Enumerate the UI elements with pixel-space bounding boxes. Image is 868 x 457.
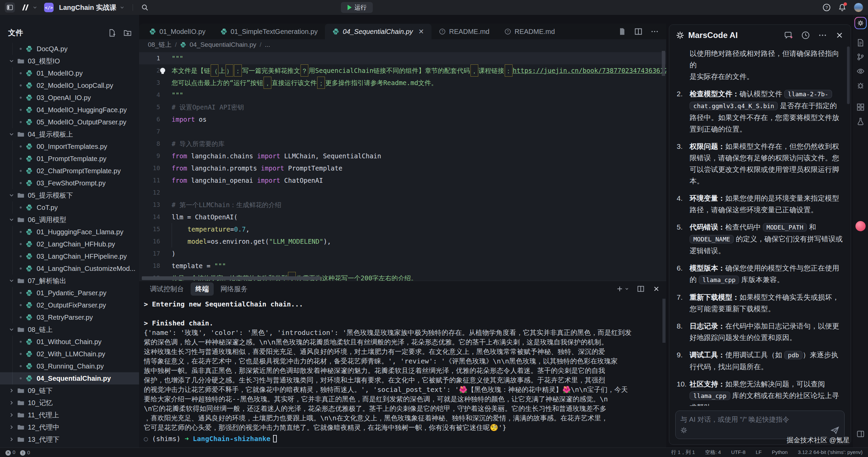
tree-file[interactable]: 02_ChatPromptTemplate.py	[0, 165, 139, 177]
new-file-icon[interactable]	[108, 29, 116, 37]
tree-folder[interactable]: 08_链上	[0, 323, 139, 336]
tree-folder[interactable]: 12_代理中	[0, 421, 139, 433]
flask-test-icon[interactable]	[856, 117, 865, 126]
tree-folder[interactable]: 07_解析输出	[0, 275, 139, 287]
close-tab-icon[interactable]: ✕	[418, 27, 424, 36]
editor-vertical-scrollbar[interactable]	[662, 51, 665, 76]
tree-file[interactable]: 02_LangChain_HFHub.py	[0, 238, 139, 250]
document-icon[interactable]	[856, 38, 865, 47]
panel-tab[interactable]: 调试控制台	[145, 282, 189, 296]
tree-folder[interactable]: 04_提示模板上	[0, 128, 139, 140]
code-line[interactable]: 4"""	[139, 89, 666, 101]
code-line[interactable]: 15 temperature=0.7,	[139, 223, 666, 235]
ai-panel-scrollbar[interactable]	[847, 46, 850, 104]
more-actions-icon[interactable]	[651, 27, 659, 36]
tree-file[interactable]: 01_Pydantic_Parser.py	[0, 287, 139, 299]
warnings-status[interactable]: !0	[20, 450, 30, 456]
panel-tab[interactable]: 终端	[191, 282, 214, 296]
chevron-down-icon[interactable]	[33, 5, 37, 10]
tree-folder[interactable]: 03_模型IO	[0, 55, 139, 67]
tree-file[interactable]: 04_ModelIO_HuggingFace.py	[0, 104, 139, 116]
new-folder-icon[interactable]	[123, 29, 132, 37]
source-control-icon[interactable]	[856, 52, 865, 62]
tree-file[interactable]: 01_PromptTemplate.py	[0, 153, 139, 165]
code-line[interactable]: 10from langchain.prompts import PromptTe…	[139, 162, 666, 174]
tree-file[interactable]: 03_FewShotPrompt.py	[0, 177, 139, 189]
tree-folder[interactable]: 09_链下	[0, 384, 139, 397]
editor-tab[interactable]: ?README.md	[431, 24, 497, 39]
tree-file[interactable]: 03_OpenAI_IO.py	[0, 92, 139, 104]
extensions-grid-icon[interactable]	[856, 102, 865, 112]
tree-file[interactable]: CoT.py	[0, 201, 139, 214]
tree-file[interactable]: 03_RetryParser.py	[0, 311, 139, 323]
tree-file[interactable]: 04_SequentialChain.py	[0, 372, 139, 384]
editor-tab[interactable]: 01_SimpleTextGeneration.py	[213, 24, 325, 39]
terminal-prompt[interactable]: ○ (shims) ➜ LangChain-shizhanke	[144, 434, 664, 444]
more-actions-icon[interactable]	[818, 31, 827, 40]
breadcrumb-more[interactable]: ...	[265, 41, 270, 48]
code-line[interactable]: 3您可以点击最上方的“运行”按钮，直接运行该文件；更多操作指引请参考Readme…	[139, 77, 666, 89]
code-line[interactable]: 17)	[139, 247, 666, 260]
split-editor-icon[interactable]	[634, 27, 642, 36]
preview-eye-icon[interactable]	[856, 66, 865, 76]
editor-tab[interactable]: ?README.md	[497, 24, 562, 39]
notifications-bell-icon[interactable]	[838, 3, 846, 12]
tree-file[interactable]: 02_With_LLMChain.py	[0, 348, 139, 360]
tree-file[interactable]: 01_HugggingFace_Llama.py	[0, 226, 139, 238]
tree-file[interactable]: 03_Running_Chain.py	[0, 360, 139, 372]
tree-file[interactable]: 00_ImportTemplates.py	[0, 140, 139, 153]
assistant-avatar-badge[interactable]	[855, 221, 866, 231]
tree-file[interactable]: 02_ModelIO_LoopCall.py	[0, 79, 139, 92]
status-item[interactable]: Python	[772, 449, 788, 456]
close-panel-icon[interactable]	[653, 285, 660, 293]
search-icon[interactable]	[141, 4, 149, 11]
breadcrumb-file[interactable]: 04_SequentialChain.py	[190, 41, 256, 48]
run-button[interactable]: 运行	[341, 2, 373, 13]
code-line[interactable]: 18template = """	[139, 260, 666, 272]
terminal-scrollbar[interactable]	[662, 299, 666, 343]
status-item[interactable]: 空格: 4	[705, 449, 721, 456]
editor-tab[interactable]: 01_ModelIO.py	[142, 24, 213, 39]
new-terminal-button[interactable]	[616, 285, 629, 293]
lightbulb-icon[interactable]	[160, 68, 165, 73]
breadcrumb[interactable]: 08_链上 / 04_SequentialChain.py / ...	[139, 39, 666, 50]
code-line[interactable]: 12	[139, 186, 666, 199]
code-line[interactable]: 13# 第一个LLMChain：生成鲜花的介绍	[139, 199, 666, 211]
code-line[interactable]: 6import os	[139, 113, 666, 125]
user-avatar[interactable]	[854, 3, 863, 12]
bug-debug-icon[interactable]	[856, 81, 865, 90]
code-editor[interactable]: 1"""2本文件是【链（上）：写一篇完美鲜花推文？用SequencialChai…	[139, 50, 666, 281]
layout-panel-icon[interactable]	[856, 429, 865, 439]
tree-folder[interactable]: 05_提示模板下	[0, 189, 139, 201]
toggle-sidebar-button[interactable]	[5, 2, 15, 13]
chevron-down-icon[interactable]	[120, 5, 124, 10]
errors-status[interactable]: ✕0	[5, 449, 15, 456]
tree-file[interactable]: DocQA.py	[0, 43, 139, 55]
breadcrumb-folder[interactable]: 08_链上	[148, 40, 172, 49]
history-icon[interactable]	[801, 31, 810, 40]
code-line[interactable]: 8# 导入所需要的库	[139, 138, 666, 150]
status-item[interactable]: LF	[756, 449, 762, 456]
terminal-output[interactable]: > Entering new SequentialChain chain... …	[139, 297, 666, 448]
new-chat-icon[interactable]	[784, 31, 793, 40]
code-line[interactable]: 5# 设置OpenAI API密钥	[139, 101, 666, 113]
tree-file[interactable]: 03_LangChain_HFPipeline.py	[0, 250, 139, 262]
status-item[interactable]: 行 1，列 1	[671, 449, 695, 456]
code-line[interactable]: 11from langchain_openai import ChatOpenA…	[139, 174, 666, 186]
tree-folder[interactable]: 13_代理下	[0, 433, 139, 445]
tree-file[interactable]: 05_ModelIO_OutputParser.py	[0, 116, 139, 128]
status-item[interactable]: 3.12.2 64-bit ('shims': pyenv)	[798, 449, 863, 456]
tree-folder[interactable]: 06_调用模型	[0, 214, 139, 226]
tree-file[interactable]: 04_LangChain_CustomizeMod...	[0, 262, 139, 275]
help-icon[interactable]: ?	[823, 3, 831, 12]
code-line[interactable]: 14llm = ChatOpenAI(	[139, 211, 666, 223]
code-link[interactable]: https://juejin.cn/book/73877023474363617…	[513, 64, 666, 77]
code-line[interactable]: 7	[139, 125, 666, 138]
close-icon[interactable]	[835, 31, 844, 40]
tree-folder[interactable]: 10_记忆	[0, 397, 139, 409]
tree-file[interactable]: 02_OutputFixParser.py	[0, 299, 139, 311]
tree-folder[interactable]: 11_代理上	[0, 409, 139, 421]
editor-tab[interactable]: 04_SequentialChain.py✕	[325, 24, 431, 39]
panel-tab[interactable]: 网络服务	[216, 282, 252, 296]
code-line[interactable]: 9from langchain.chains import LLMChain, …	[139, 150, 666, 162]
